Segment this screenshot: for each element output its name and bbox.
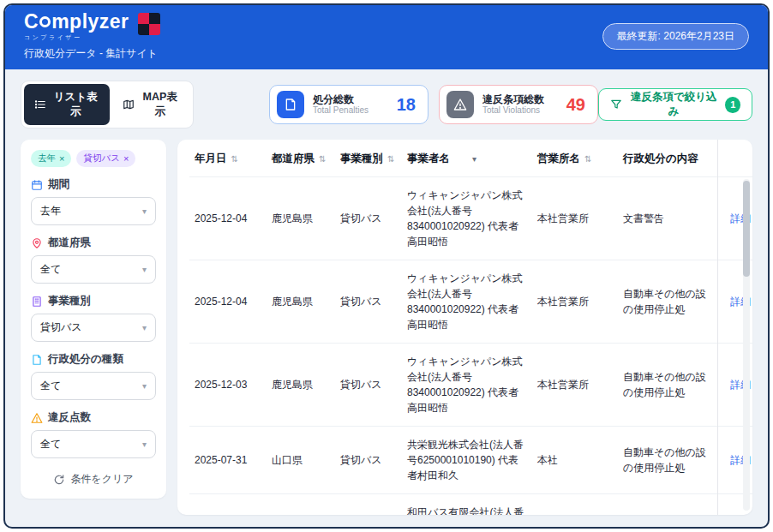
map-icon (123, 99, 135, 111)
last-updated-badge: 最終更新: 2026年2月23日 (602, 23, 749, 50)
cell-date: 2025-07-31 (189, 427, 267, 494)
cell-operator: ウィキャンジャパン株式会社(法人番号8340001020922) 代表者高田昭悟 (402, 344, 532, 427)
chip-last-year[interactable]: 去年 × (31, 150, 71, 167)
map-pin-icon (31, 237, 43, 249)
chevron-down-icon: ▾ (142, 206, 147, 216)
violations-count: 49 (566, 95, 585, 115)
warning-icon (446, 91, 474, 118)
cell-action: 自動車その他の設の使用停止処 (618, 427, 717, 494)
violation-filter-label: 違反条項で絞り込み (629, 90, 719, 119)
filter-label-violation-points: 違反点数 (31, 410, 156, 425)
document-icon (31, 354, 43, 366)
chevron-down-icon: ▾ (142, 381, 147, 391)
app-header: Cmplyzer コンプライザー 行政処分データ - 集計サイト 最終更新: 2… (5, 5, 768, 69)
building-icon (31, 296, 43, 308)
active-filter-chips: 去年 × 貸切バス × (31, 150, 156, 167)
penalties-stat-card: 処分総数 Total Penalties 18 (269, 85, 428, 124)
column-header-operator[interactable]: 事業者名▾ (402, 140, 532, 177)
refresh-icon (53, 474, 65, 486)
violations-sublabel: Total Violations (482, 105, 544, 116)
cell-action: 自動車その他の設の使用停止処 (618, 260, 717, 344)
sort-icon[interactable]: ⇅ (231, 154, 238, 164)
table-row: 2025-12-04 鹿児島県 貸切バス ウィキャンジャパン株式会社(法人番号8… (189, 260, 752, 344)
cell-business-type: 貸切バス (335, 427, 402, 494)
cell-date: 2025-12-04 (189, 260, 267, 344)
cell-prefecture: 鹿児島県 (267, 260, 335, 344)
filter-label-period: 期間 (31, 177, 156, 192)
stat-cards: 処分総数 Total Penalties 18 違反条項総数 Total Vio… (269, 85, 598, 124)
violation-filter-button[interactable]: 違反条項で絞り込み 1 (598, 88, 752, 121)
chevron-down-icon[interactable]: ▾ (472, 154, 476, 164)
violations-stat-card: 違反条項総数 Total Violations 49 (439, 85, 598, 124)
cell-operator: ウィキャンジャパン株式会社(法人番号8340001020922) 代表者高田昭悟 (402, 260, 532, 344)
close-icon[interactable]: × (123, 153, 129, 164)
cell-prefecture: 長野県 (267, 494, 335, 516)
cell-prefecture: 鹿児島県 (267, 177, 335, 260)
cell-business-type: 貸切バス (335, 494, 402, 516)
toolbar: リスト表示 MAP表示 処分総数 Total Penalties 18 (21, 81, 752, 129)
list-view-button[interactable]: リスト表示 (24, 84, 110, 125)
cell-office: 本社 (532, 427, 618, 494)
business-type-value: 貸切バス (40, 320, 82, 335)
warning-triangle-icon (31, 412, 43, 424)
cell-operator: 共栄観光株式会社(法人番号6250001010190) 代表者村田和久 (402, 427, 532, 494)
filter-label-prefecture: 都道府県 (31, 236, 156, 250)
chevron-down-icon: ▾ (142, 439, 147, 449)
chevron-down-icon: ▾ (142, 323, 147, 332)
filter-count-badge: 1 (725, 97, 740, 113)
cell-date: 2025-03-21 (189, 494, 267, 516)
disposition-type-select[interactable]: 全て ▾ (31, 372, 156, 400)
table-row: 2025-12-04 鹿児島県 貸切バス ウィキャンジャパン株式会社(法人番号8… (189, 177, 752, 260)
filter-label-business-type: 事業種別 (31, 294, 156, 308)
column-header-prefecture[interactable]: 都道府県⇅ (267, 140, 335, 177)
violation-points-value: 全て (40, 437, 61, 451)
column-header-business-type[interactable]: 事業種別⇅ (335, 140, 402, 177)
results-table: 年月日⇅ 都道府県⇅ 事業種別⇅ 事業者名▾ 営業所名⇅ 行政処分の内容 202… (189, 140, 752, 515)
app-frame: Cmplyzer コンプライザー 行政処分データ - 集計サイト 最終更新: 2… (3, 3, 770, 529)
column-header-office[interactable]: 営業所名⇅ (532, 140, 618, 177)
cell-action: 自動車その他の設の使用停止処 (618, 344, 717, 427)
clear-filters-button[interactable]: 条件をクリア (53, 472, 133, 487)
chip-charter-bus[interactable]: 貸切バス × (76, 150, 135, 167)
cell-office: 本社営業所 (532, 260, 618, 344)
results-table-card: 年月日⇅ 都道府県⇅ 事業種別⇅ 事業者名▾ 営業所名⇅ 行政処分の内容 202… (177, 140, 752, 515)
table-header-row: 年月日⇅ 都道府県⇅ 事業種別⇅ 事業者名▾ 営業所名⇅ 行政処分の内容 (189, 140, 752, 177)
cell-prefecture: 鹿児島県 (267, 344, 335, 427)
table-scrollbar[interactable] (743, 179, 750, 511)
cell-action: 文書警告 (618, 177, 717, 260)
cell-business-type: 貸切バス (335, 260, 402, 344)
document-icon (277, 91, 304, 118)
sort-icon[interactable]: ⇅ (584, 154, 591, 164)
table-row: 2025-07-31 山口県 貸切バス 共栄観光株式会社(法人番号6250001… (189, 427, 752, 494)
cell-date: 2025-12-04 (189, 177, 267, 260)
penalties-sublabel: Total Penalties (313, 105, 369, 116)
filter-sidebar: 去年 × 貸切バス × 期間 去年 ▾ (21, 140, 166, 499)
close-icon[interactable]: × (59, 153, 64, 164)
prefecture-select[interactable]: 全て ▾ (31, 255, 156, 284)
logo-text-suffix: mplyzer (51, 12, 129, 32)
column-header-date[interactable]: 年月日⇅ (189, 140, 267, 177)
scrollbar-thumb[interactable] (743, 181, 750, 277)
sort-icon[interactable]: ⇅ (319, 154, 326, 164)
logo-kana: コンプライザー (24, 33, 129, 42)
cell-operator: 和田バス有限会社(法人番号4100002016476) 代表者相馬靖子 (402, 494, 532, 516)
column-header-detail (717, 140, 752, 177)
content: 去年 × 貸切バス × 期間 去年 ▾ (21, 140, 752, 515)
cell-action: 文書警告 (618, 494, 717, 516)
logo-mark-icon (138, 13, 160, 35)
map-view-label: MAP表示 (140, 90, 180, 119)
violation-points-select[interactable]: 全て ▾ (31, 430, 156, 458)
disposition-type-value: 全て (40, 379, 61, 393)
penalties-label: 処分総数 (313, 93, 369, 105)
column-header-action[interactable]: 行政処分の内容 (618, 140, 717, 177)
cell-office: 本社営業所 (532, 344, 618, 427)
violations-label: 違反条項総数 (482, 93, 544, 105)
brand-block: Cmplyzer コンプライザー 行政処分データ - 集計サイト (24, 12, 160, 61)
table-row: 2025-03-21 長野県 貸切バス 和田バス有限会社(法人番号4100002… (189, 494, 752, 516)
cell-operator: ウィキャンジャパン株式会社(法人番号8340001020922) 代表者高田昭悟 (402, 177, 532, 260)
business-type-select[interactable]: 貸切バス ▾ (31, 314, 156, 342)
sort-icon[interactable]: ⇅ (387, 154, 394, 164)
period-select[interactable]: 去年 ▾ (31, 197, 156, 225)
cell-prefecture: 山口県 (267, 427, 335, 494)
map-view-button[interactable]: MAP表示 (112, 84, 190, 125)
